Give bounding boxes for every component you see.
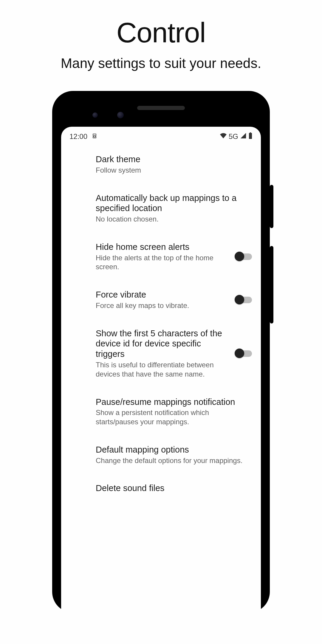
setting-description: Show a persistent notification which sta… xyxy=(96,408,252,426)
setting-title: Pause/resume mappings notification xyxy=(96,397,252,407)
setting-text: Pause/resume mappings notificationShow a… xyxy=(96,397,252,427)
setting-row[interactable]: Delete sound files xyxy=(96,474,252,502)
setting-row[interactable]: Show the first 5 characters of the devic… xyxy=(96,319,252,388)
settings-list[interactable]: Dark themeFollow systemAutomatically bac… xyxy=(61,142,261,613)
setting-text: Dark themeFollow system xyxy=(96,154,252,175)
setting-description: Force all key maps to vibrate. xyxy=(96,301,229,310)
setting-title: Force vibrate xyxy=(96,290,229,300)
hero-title: Control xyxy=(61,16,261,49)
setting-text: Show the first 5 characters of the devic… xyxy=(96,328,229,379)
setting-title: Hide home screen alerts xyxy=(96,242,229,252)
phone-speaker xyxy=(137,106,185,110)
hero-subtitle: Many settings to suit your needs. xyxy=(61,55,261,72)
phone-camera-1 xyxy=(92,112,98,118)
battery-icon xyxy=(248,132,253,141)
setting-title: Dark theme xyxy=(96,154,252,165)
status-left: 12:00 xyxy=(69,132,97,141)
setting-row[interactable]: Automatically back up mappings to a spec… xyxy=(96,184,252,233)
setting-text: Force vibrateForce all key maps to vibra… xyxy=(96,290,229,310)
phone-side-button-1 xyxy=(270,185,273,228)
setting-row[interactable]: Dark themeFollow system xyxy=(96,148,252,184)
wifi-icon xyxy=(220,132,227,141)
setting-description: Hide the alerts at the top of the home s… xyxy=(96,253,229,272)
hero-header: Control Many settings to suit your needs… xyxy=(61,0,261,72)
setting-row[interactable]: Default mapping optionsChange the defaul… xyxy=(96,436,252,474)
status-bar: 12:00 5G xyxy=(61,127,261,142)
app-icon xyxy=(92,132,97,141)
setting-description: This is useful to differentiate between … xyxy=(96,360,229,379)
setting-text: Automatically back up mappings to a spec… xyxy=(96,193,252,224)
toggle-switch[interactable] xyxy=(236,297,252,303)
phone-screen: 12:00 5G Dark themeFo xyxy=(61,127,261,613)
setting-description: Change the default options for your mapp… xyxy=(96,456,252,465)
setting-title: Delete sound files xyxy=(96,483,252,493)
svg-rect-0 xyxy=(249,133,252,139)
setting-title: Show the first 5 characters of the devic… xyxy=(96,328,229,359)
setting-row[interactable]: Pause/resume mappings notificationShow a… xyxy=(96,388,252,436)
setting-row[interactable]: Force vibrateForce all key maps to vibra… xyxy=(96,281,252,319)
setting-text: Hide home screen alertsHide the alerts a… xyxy=(96,242,229,272)
setting-title: Default mapping options xyxy=(96,445,252,455)
status-right: 5G xyxy=(220,132,253,141)
setting-text: Delete sound files xyxy=(96,483,252,493)
toggle-switch[interactable] xyxy=(236,350,252,357)
network-label: 5G xyxy=(229,132,238,141)
setting-description: Follow system xyxy=(96,166,252,175)
phone-side-button-2 xyxy=(270,246,273,323)
setting-description: No location chosen. xyxy=(96,215,252,224)
svg-rect-1 xyxy=(250,132,251,133)
setting-text: Default mapping optionsChange the defaul… xyxy=(96,445,252,465)
setting-title: Automatically back up mappings to a spec… xyxy=(96,193,252,214)
phone-camera-2 xyxy=(117,112,124,118)
setting-row[interactable]: Hide home screen alertsHide the alerts a… xyxy=(96,233,252,281)
status-time: 12:00 xyxy=(69,132,87,141)
phone-frame: 12:00 5G Dark themeFo xyxy=(52,91,270,613)
toggle-switch[interactable] xyxy=(236,253,252,260)
signal-icon xyxy=(240,132,247,141)
